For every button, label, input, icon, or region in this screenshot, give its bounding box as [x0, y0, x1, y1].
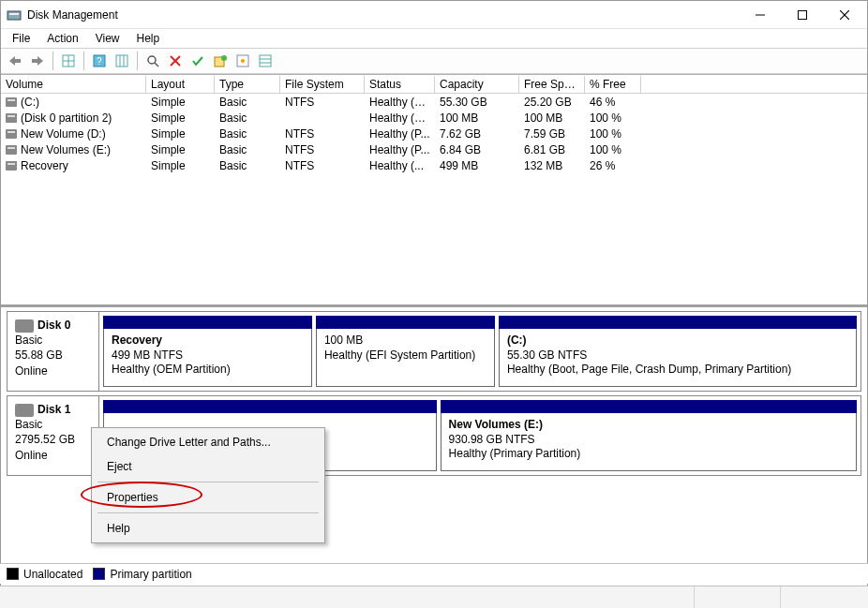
svg-rect-7: [15, 59, 21, 63]
col-header-layout[interactable]: Layout: [146, 76, 215, 93]
delete-icon[interactable]: [165, 51, 186, 71]
table-row[interactable]: New Volume (D:)SimpleBasicNTFSHealthy (P…: [1, 126, 867, 141]
menubar: File Action View Help: [1, 29, 867, 48]
volume-fs: NTFS: [280, 126, 365, 141]
legend-primary: Primary partition: [110, 568, 191, 581]
svg-point-18: [148, 56, 156, 64]
rescan-icon[interactable]: [142, 51, 163, 71]
partition-size: 930.98 GB NTFS: [449, 433, 848, 448]
menu-view[interactable]: View: [88, 30, 127, 47]
partition-box: Recovery499 MB NTFSHealthy (OEM Partitio…: [103, 329, 312, 387]
menu-help[interactable]: Help: [129, 30, 168, 47]
forward-icon[interactable]: [27, 51, 48, 71]
partition-name: (C:): [507, 334, 848, 348]
col-header-volume[interactable]: Volume: [1, 76, 146, 93]
table-row[interactable]: (Disk 0 partition 2)SimpleBasicHealthy (…: [1, 110, 867, 126]
col-header-status[interactable]: Status: [365, 76, 435, 93]
volume-free: 132 MB: [519, 158, 585, 173]
volume-pctfree: 26 %: [585, 158, 641, 173]
col-header-free[interactable]: Free Spa...: [519, 76, 585, 93]
volume-free: 25.20 GB: [519, 95, 585, 110]
svg-rect-15: [116, 55, 127, 67]
drive-icon: [6, 113, 17, 123]
disk-size: 55.88 GB: [15, 348, 63, 362]
partition-status: Healthy (Boot, Page File, Crash Dump, Pr…: [507, 363, 848, 378]
volume-layout: Simple: [146, 111, 215, 126]
disk-row: Disk 0Basic55.88 GBOnlineRecovery499 MB …: [7, 311, 861, 392]
back-icon[interactable]: [5, 51, 25, 71]
ctx-change-drive-letter[interactable]: Change Drive Letter and Paths...: [94, 430, 322, 454]
status-cell: [781, 586, 868, 608]
col-header-capacity[interactable]: Capacity: [435, 76, 519, 93]
partition-size: 55.30 GB NTFS: [507, 348, 848, 363]
titlebar: Disk Management: [1, 1, 867, 29]
volume-header-row: Volume Layout Type File System Status Ca…: [1, 75, 867, 94]
svg-point-25: [241, 59, 245, 63]
partition-status: Healthy (OEM Partition): [112, 363, 304, 378]
partition-box: 100 MBHealthy (EFI System Partition): [316, 329, 495, 387]
minimize-button[interactable]: [739, 2, 781, 28]
menu-action[interactable]: Action: [39, 30, 85, 47]
partition-box: (C:)55.30 GB NTFSHealthy (Boot, Page Fil…: [499, 329, 857, 387]
volume-pctfree: 46 %: [585, 95, 641, 110]
volume-fs: NTFS: [280, 142, 365, 157]
properties-icon[interactable]: [232, 51, 253, 71]
partition-box: New Volumes (E:)930.98 GB NTFSHealthy (P…: [441, 413, 857, 471]
partition[interactable]: New Volumes (E:)930.98 GB NTFSHealthy (P…: [441, 400, 857, 471]
volume-fs: NTFS: [280, 158, 365, 173]
partition-status: Healthy (Primary Partition): [449, 447, 848, 462]
new-volume-icon[interactable]: [210, 51, 231, 71]
svg-line-19: [155, 63, 158, 67]
check-icon[interactable]: [187, 51, 208, 71]
list-icon[interactable]: [255, 51, 276, 71]
ctx-properties[interactable]: Properties: [94, 485, 322, 510]
volume-name: (C:): [21, 96, 39, 109]
partition-name: Recovery: [112, 334, 304, 348]
help-icon[interactable]: ?: [89, 51, 110, 71]
ctx-help[interactable]: Help: [94, 516, 322, 541]
volume-status: Healthy (E...: [365, 111, 435, 126]
ctx-separator: [97, 512, 319, 513]
disk-name: Disk 0: [37, 319, 70, 332]
volume-free: 6.81 GB: [519, 142, 585, 157]
ctx-eject[interactable]: Eject: [94, 454, 322, 479]
volume-list[interactable]: (C:)SimpleBasicNTFSHealthy (B...55.30 GB…: [1, 94, 867, 304]
disk-label[interactable]: Disk 1Basic2795.52 GBOnline: [7, 396, 99, 475]
col-header-fs[interactable]: File System: [280, 76, 365, 93]
volume-name: New Volume (D:): [21, 127, 106, 141]
volume-name: (Disk 0 partition 2): [21, 111, 112, 125]
partition-bar: [103, 316, 312, 329]
disk-state: Online: [15, 364, 48, 378]
table-row[interactable]: RecoverySimpleBasicNTFSHealthy (...499 M…: [1, 157, 867, 173]
disk-name: Disk 1: [37, 403, 70, 416]
svg-rect-26: [260, 55, 271, 67]
toolbar: ?: [1, 48, 867, 74]
menu-file[interactable]: File: [5, 30, 37, 47]
partition[interactable]: Recovery499 MB NTFSHealthy (OEM Partitio…: [103, 316, 312, 387]
partition[interactable]: (C:)55.30 GB NTFSHealthy (Boot, Page Fil…: [499, 316, 857, 387]
volume-layout: Simple: [146, 142, 215, 157]
table-row[interactable]: (C:)SimpleBasicNTFSHealthy (B...55.30 GB…: [1, 94, 867, 110]
maximize-button[interactable]: [781, 2, 823, 28]
grid-icon[interactable]: [58, 51, 79, 71]
svg-rect-9: [32, 59, 37, 63]
partition-bar: [103, 400, 437, 413]
legend: Unallocated Primary partition: [0, 563, 868, 584]
disk-icon: [15, 404, 34, 417]
volume-layout: Simple: [146, 126, 215, 141]
settings-grid-icon[interactable]: [112, 51, 132, 71]
volume-type: Basic: [215, 95, 280, 110]
svg-rect-3: [798, 10, 806, 19]
close-button[interactable]: [823, 2, 865, 28]
disk-label[interactable]: Disk 0Basic55.88 GBOnline: [7, 312, 99, 391]
volume-name: New Volumes (E:): [21, 143, 111, 156]
table-row[interactable]: New Volumes (E:)SimpleBasicNTFSHealthy (…: [1, 141, 867, 157]
col-header-pctfree[interactable]: % Free: [585, 76, 641, 93]
partition-bar: [441, 400, 857, 413]
disk-state: Online: [15, 449, 48, 462]
drive-icon: [6, 97, 17, 107]
partition[interactable]: 100 MBHealthy (EFI System Partition): [316, 316, 495, 387]
volume-layout: Simple: [146, 95, 215, 110]
col-header-type[interactable]: Type: [215, 76, 280, 93]
volume-capacity: 100 MB: [435, 111, 519, 126]
